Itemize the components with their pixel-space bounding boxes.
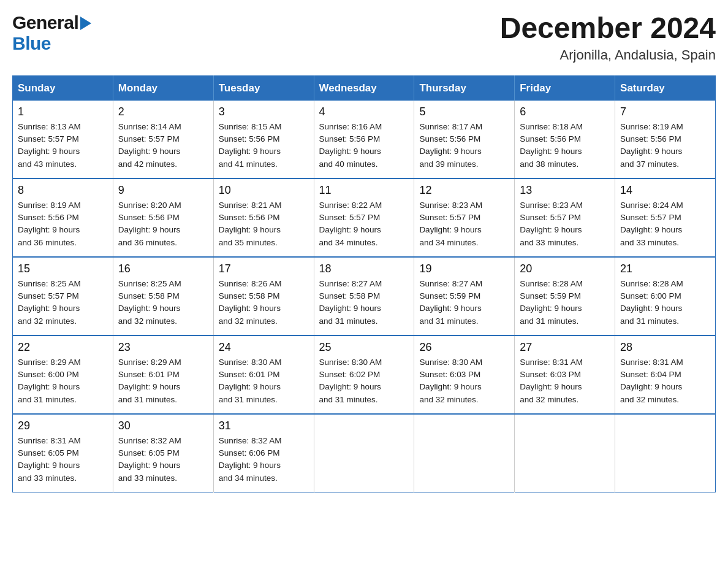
day-number: 9 [118,184,208,197]
day-number: 31 [219,419,309,432]
day-cell: 12 Sunrise: 8:23 AM Sunset: 5:57 PM Dayl… [414,178,515,257]
day-number: 4 [319,105,409,118]
day-number: 24 [219,341,309,354]
calendar-body: 1 Sunrise: 8:13 AM Sunset: 5:57 PM Dayli… [13,101,716,492]
day-number: 30 [118,419,208,432]
day-cell [515,414,615,492]
header-thursday: Thursday [414,75,515,101]
day-info: Sunrise: 8:19 AM Sunset: 5:56 PM Dayligh… [620,121,710,170]
day-info: Sunrise: 8:31 AM Sunset: 6:03 PM Dayligh… [520,356,610,406]
day-number: 1 [18,105,108,118]
day-cell: 27 Sunrise: 8:31 AM Sunset: 6:03 PM Dayl… [515,335,615,414]
svg-marker-0 [80,17,91,30]
day-info: Sunrise: 8:18 AM Sunset: 5:56 PM Dayligh… [520,121,610,170]
logo-blue-text: Blue [12,33,51,53]
day-info: Sunrise: 8:32 AM Sunset: 6:05 PM Dayligh… [118,435,208,484]
day-number: 6 [520,105,610,118]
day-number: 23 [118,341,208,354]
day-number: 18 [319,262,409,275]
day-cell: 21 Sunrise: 8:28 AM Sunset: 6:00 PM Dayl… [615,257,716,335]
day-cell: 17 Sunrise: 8:26 AM Sunset: 5:58 PM Dayl… [213,257,314,335]
day-number: 27 [520,341,610,354]
day-number: 3 [219,105,309,118]
day-cell: 30 Sunrise: 8:32 AM Sunset: 6:05 PM Dayl… [113,414,213,492]
logo-general-text: General [12,12,78,33]
day-info: Sunrise: 8:22 AM Sunset: 5:57 PM Dayligh… [319,199,409,249]
day-cell: 11 Sunrise: 8:22 AM Sunset: 5:57 PM Dayl… [314,178,414,257]
day-cell: 4 Sunrise: 8:16 AM Sunset: 5:56 PM Dayli… [314,101,414,178]
day-info: Sunrise: 8:16 AM Sunset: 5:56 PM Dayligh… [319,121,409,170]
location: Arjonilla, Andalusia, Spain [500,47,716,63]
week-row-1: 1 Sunrise: 8:13 AM Sunset: 5:57 PM Dayli… [13,101,716,178]
day-cell: 9 Sunrise: 8:20 AM Sunset: 5:56 PM Dayli… [113,178,213,257]
day-info: Sunrise: 8:25 AM Sunset: 5:58 PM Dayligh… [118,278,208,327]
day-cell [615,414,716,492]
logo-triangle-icon [80,17,91,30]
day-cell: 31 Sunrise: 8:32 AM Sunset: 6:06 PM Dayl… [213,414,314,492]
day-cell: 2 Sunrise: 8:14 AM Sunset: 5:57 PM Dayli… [113,101,213,178]
day-number: 11 [319,184,409,197]
day-cell [414,414,515,492]
day-cell: 15 Sunrise: 8:25 AM Sunset: 5:57 PM Dayl… [13,257,113,335]
day-number: 2 [118,105,208,118]
day-cell: 29 Sunrise: 8:31 AM Sunset: 6:05 PM Dayl… [13,414,113,492]
day-cell: 10 Sunrise: 8:21 AM Sunset: 5:56 PM Dayl… [213,178,314,257]
day-cell: 7 Sunrise: 8:19 AM Sunset: 5:56 PM Dayli… [615,101,716,178]
header-sunday: Sunday [13,75,113,101]
day-number: 17 [219,262,309,275]
day-info: Sunrise: 8:17 AM Sunset: 5:56 PM Dayligh… [419,121,509,170]
day-number: 22 [18,341,108,354]
week-row-5: 29 Sunrise: 8:31 AM Sunset: 6:05 PM Dayl… [13,414,716,492]
day-cell: 19 Sunrise: 8:27 AM Sunset: 5:59 PM Dayl… [414,257,515,335]
day-info: Sunrise: 8:23 AM Sunset: 5:57 PM Dayligh… [520,199,610,249]
day-info: Sunrise: 8:14 AM Sunset: 5:57 PM Dayligh… [118,121,208,170]
day-number: 7 [620,105,710,118]
header-wednesday: Wednesday [314,75,414,101]
day-cell: 14 Sunrise: 8:24 AM Sunset: 5:57 PM Dayl… [615,178,716,257]
week-row-4: 22 Sunrise: 8:29 AM Sunset: 6:00 PM Dayl… [13,335,716,414]
day-info: Sunrise: 8:15 AM Sunset: 5:56 PM Dayligh… [219,121,309,170]
day-info: Sunrise: 8:30 AM Sunset: 6:02 PM Dayligh… [319,356,409,406]
header-tuesday: Tuesday [213,75,314,101]
day-info: Sunrise: 8:19 AM Sunset: 5:56 PM Dayligh… [18,199,108,249]
day-info: Sunrise: 8:25 AM Sunset: 5:57 PM Dayligh… [18,278,108,327]
day-info: Sunrise: 8:31 AM Sunset: 6:04 PM Dayligh… [620,356,710,406]
day-cell [314,414,414,492]
days-of-week-row: SundayMondayTuesdayWednesdayThursdayFrid… [13,75,716,101]
header-saturday: Saturday [615,75,716,101]
day-cell: 8 Sunrise: 8:19 AM Sunset: 5:56 PM Dayli… [13,178,113,257]
day-number: 14 [620,184,710,197]
day-cell: 23 Sunrise: 8:29 AM Sunset: 6:01 PM Dayl… [113,335,213,414]
day-number: 21 [620,262,710,275]
day-number: 10 [219,184,309,197]
calendar-table: SundayMondayTuesdayWednesdayThursdayFrid… [12,75,716,492]
day-cell: 3 Sunrise: 8:15 AM Sunset: 5:56 PM Dayli… [213,101,314,178]
day-info: Sunrise: 8:32 AM Sunset: 6:06 PM Dayligh… [219,435,309,484]
day-info: Sunrise: 8:29 AM Sunset: 6:00 PM Dayligh… [18,356,108,406]
day-number: 5 [419,105,509,118]
page-header: General Blue December 2024 Arjonilla, An… [12,12,716,63]
day-number: 8 [18,184,108,197]
day-info: Sunrise: 8:28 AM Sunset: 6:00 PM Dayligh… [620,278,710,327]
day-number: 28 [620,341,710,354]
day-info: Sunrise: 8:27 AM Sunset: 5:58 PM Dayligh… [319,278,409,327]
day-number: 29 [18,419,108,432]
day-info: Sunrise: 8:24 AM Sunset: 5:57 PM Dayligh… [620,199,710,249]
month-title: December 2024 [500,12,716,45]
calendar-header: SundayMondayTuesdayWednesdayThursdayFrid… [13,75,716,101]
day-number: 15 [18,262,108,275]
day-number: 19 [419,262,509,275]
day-number: 25 [319,341,409,354]
day-cell: 20 Sunrise: 8:28 AM Sunset: 5:59 PM Dayl… [515,257,615,335]
day-info: Sunrise: 8:20 AM Sunset: 5:56 PM Dayligh… [118,199,208,249]
day-number: 13 [520,184,610,197]
week-row-2: 8 Sunrise: 8:19 AM Sunset: 5:56 PM Dayli… [13,178,716,257]
day-number: 26 [419,341,509,354]
day-number: 20 [520,262,610,275]
header-monday: Monday [113,75,213,101]
day-info: Sunrise: 8:13 AM Sunset: 5:57 PM Dayligh… [18,121,108,170]
logo: General Blue [12,12,91,54]
day-info: Sunrise: 8:27 AM Sunset: 5:59 PM Dayligh… [419,278,509,327]
day-info: Sunrise: 8:30 AM Sunset: 6:03 PM Dayligh… [419,356,509,406]
day-cell: 1 Sunrise: 8:13 AM Sunset: 5:57 PM Dayli… [13,101,113,178]
